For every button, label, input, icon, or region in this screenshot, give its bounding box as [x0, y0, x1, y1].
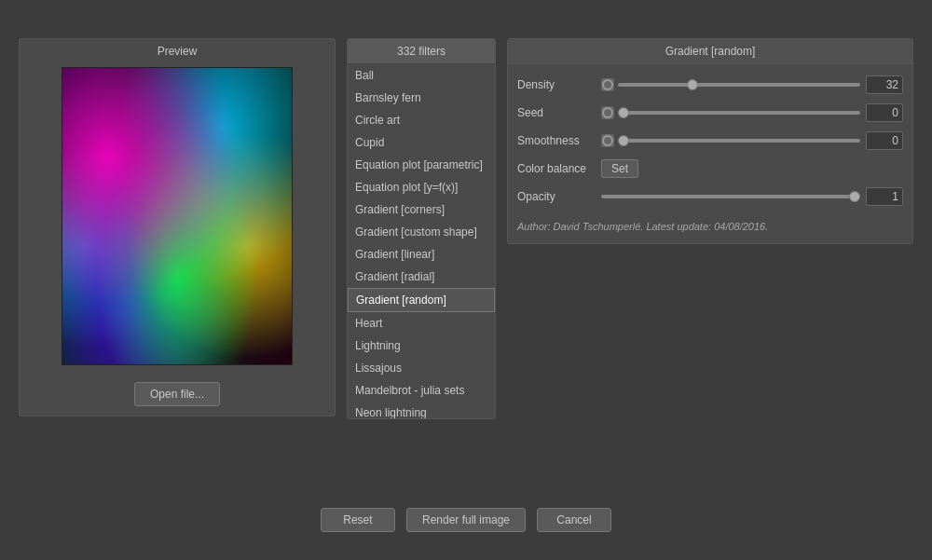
- filter-item[interactable]: Gradient [linear]: [348, 243, 495, 266]
- filter-item[interactable]: Gradient [corners]: [348, 198, 495, 221]
- seed-row: Seed: [517, 103, 903, 122]
- preview-gradient: [62, 68, 292, 364]
- density-slider[interactable]: [618, 83, 860, 87]
- settings-title: Gradient [random]: [508, 39, 912, 64]
- render-full-button[interactable]: Render full image: [406, 508, 526, 532]
- filter-item[interactable]: Cupid: [348, 131, 495, 154]
- preview-title: Preview: [20, 39, 335, 63]
- filter-item[interactable]: Neon lightning: [348, 402, 495, 418]
- preview-panel: Preview Open file...: [19, 38, 336, 417]
- settings-panel: Gradient [random] Density Seed: [507, 38, 913, 244]
- density-row: Density: [517, 75, 903, 94]
- filter-item[interactable]: Mandelbrot - julia sets: [348, 379, 495, 402]
- smoothness-row: Smoothness: [517, 131, 903, 150]
- filter-item[interactable]: Barnsley fern: [348, 87, 495, 109]
- opacity-row: Opacity: [517, 187, 903, 206]
- bottom-bar: Reset Render full image Cancel: [0, 508, 932, 532]
- seed-icon: [601, 106, 614, 119]
- density-label: Density: [517, 78, 601, 91]
- color-balance-row: Color balance Set: [517, 159, 903, 178]
- filters-panel: 332 filters BallBarnsley fernCircle artC…: [347, 38, 496, 419]
- smoothness-slider[interactable]: [618, 139, 860, 143]
- preview-image: [62, 67, 293, 365]
- filter-item[interactable]: Equation plot [parametric]: [348, 154, 495, 176]
- filter-item[interactable]: Ball: [348, 64, 495, 87]
- filter-item[interactable]: Heart: [348, 312, 495, 335]
- set-button[interactable]: Set: [601, 159, 638, 178]
- density-icon: [601, 78, 614, 91]
- filters-header: 332 filters: [348, 39, 495, 64]
- reset-button[interactable]: Reset: [321, 508, 395, 532]
- filter-item[interactable]: Gradient [radial]: [348, 266, 495, 288]
- seed-label: Seed: [517, 106, 601, 119]
- filter-item[interactable]: Gradient [random]: [348, 288, 495, 312]
- filter-item[interactable]: Circle art: [348, 109, 495, 131]
- smoothness-label: Smoothness: [517, 134, 601, 147]
- smoothness-value[interactable]: [866, 131, 903, 150]
- filter-item[interactable]: Equation plot [y=f(x)]: [348, 176, 495, 198]
- open-file-button[interactable]: Open file...: [134, 382, 220, 406]
- filter-item[interactable]: Lightning: [348, 335, 495, 357]
- seed-value[interactable]: [866, 103, 903, 122]
- filter-item[interactable]: Lissajous: [348, 357, 495, 379]
- opacity-slider[interactable]: [601, 195, 860, 198]
- opacity-value[interactable]: [866, 187, 903, 206]
- smoothness-icon: [601, 134, 614, 147]
- filters-list[interactable]: BallBarnsley fernCircle artCupidEquation…: [348, 64, 495, 418]
- author-text: Author: David Tschumperlé. Latest update…: [517, 221, 903, 232]
- color-balance-label: Color balance: [517, 162, 601, 175]
- density-value[interactable]: [866, 75, 903, 94]
- cancel-button[interactable]: Cancel: [537, 508, 611, 532]
- opacity-label: Opacity: [517, 190, 601, 203]
- filter-item[interactable]: Gradient [custom shape]: [348, 221, 495, 243]
- seed-slider[interactable]: [618, 111, 860, 115]
